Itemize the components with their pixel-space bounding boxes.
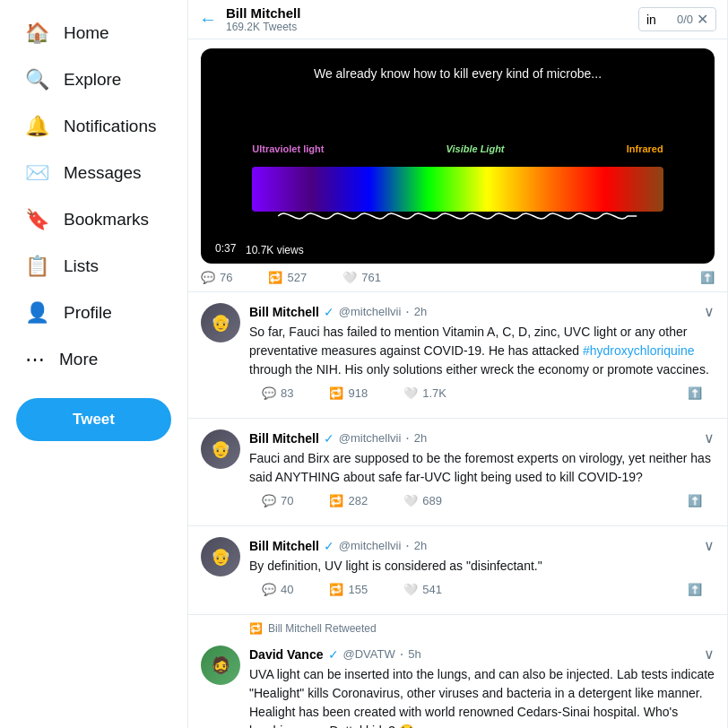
verified-icon-3: ✓: [324, 539, 334, 553]
tweet-item-3: 👴 Bill Mitchell ✓ @mitchellvii · 2h ∨ By…: [188, 526, 727, 615]
like-action-2[interactable]: 🤍 689: [403, 494, 442, 507]
retweet-action-3[interactable]: 🔁 155: [329, 583, 368, 596]
tweet-dot-1: ·: [405, 304, 409, 320]
avatar-bill-mitchell-1: 👴: [201, 303, 240, 342]
video-timer: 0:37: [210, 240, 241, 256]
tweet-more-1[interactable]: ∨: [704, 303, 715, 320]
share-icon: ⬆️: [700, 271, 715, 284]
reply-action-2[interactable]: 💬 70: [262, 494, 293, 507]
sidebar-item-lists[interactable]: 📋 Lists: [7, 244, 180, 289]
reply-count-2: 70: [281, 494, 293, 507]
sidebar-item-explore[interactable]: 🔍 Explore: [7, 57, 180, 102]
tweet-link-1[interactable]: #hydroxychloriquine: [583, 343, 695, 358]
sidebar-item-home[interactable]: 🏠 Home: [7, 11, 180, 56]
retweet-icon: 🔁: [268, 271, 282, 284]
like-icon: 🤍: [342, 271, 357, 284]
tweet-author-name-1: Bill Mitchell: [249, 305, 319, 319]
verified-icon-2: ✓: [324, 431, 334, 446]
profile-icon: 👤: [25, 301, 49, 325]
tweet-text-4: UVA light can be inserted into the lungs…: [249, 665, 715, 728]
like-count-2: 689: [422, 494, 442, 507]
retweet-label-text: Bill Mitchell Retweeted: [268, 622, 377, 635]
sidebar-label-explore: Explore: [64, 70, 121, 90]
share-action-1[interactable]: ⬆️: [688, 386, 702, 400]
reply-icon: 💬: [201, 271, 215, 284]
spectrum-uv-label: Ultraviolet light: [252, 143, 324, 154]
tweet-time-3: 2h: [414, 539, 427, 552]
notifications-icon: 🔔: [25, 115, 49, 138]
like-action[interactable]: 🤍 761: [342, 271, 381, 284]
tweet-item-2: 👴 Bill Mitchell ✓ @mitchellvii · 2h ∨ Fa…: [188, 419, 727, 526]
lists-icon: 📋: [25, 255, 49, 278]
share-action[interactable]: ⬆️: [700, 271, 715, 284]
video-views: 10.7K views: [246, 244, 304, 256]
tweet-time-2: 2h: [414, 431, 427, 445]
retweet-label-icon: 🔁: [249, 622, 263, 635]
retweet-action-2[interactable]: 🔁 282: [329, 494, 368, 507]
video-frame[interactable]: We already know how to kill every kind o…: [201, 48, 715, 264]
tweet-time-1: 2h: [414, 305, 427, 318]
tweet-search-input[interactable]: [646, 13, 673, 27]
like-count-3: 541: [422, 583, 442, 596]
sidebar-item-bookmarks[interactable]: 🔖 Bookmarks: [7, 197, 180, 242]
tweet-button[interactable]: Tweet: [16, 398, 171, 441]
tweet-author-name-4: David Vance: [249, 647, 324, 662]
sidebar: 🏠 Home 🔍 Explore 🔔 Notifications ✉️ Mess…: [0, 0, 188, 728]
profile-header-bar: ← Bill Mitchell 169.2K Tweets 0/0 ✕: [188, 0, 727, 39]
spectrum-infrared-label: Infrared: [627, 143, 663, 154]
search-close-button[interactable]: ✕: [697, 11, 708, 28]
tweet-more-3[interactable]: ∨: [704, 537, 715, 554]
like-action-3[interactable]: 🤍 541: [403, 583, 442, 596]
tweet-actions-1: 💬 83 🔁 918 🤍 1.7K ⬆️: [249, 379, 715, 407]
retweet-action-1[interactable]: 🔁 918: [329, 386, 368, 400]
like-action-1[interactable]: 🤍 1.7K: [403, 386, 446, 400]
like-count: 761: [361, 271, 381, 284]
share-action-2[interactable]: ⬆️: [688, 494, 702, 507]
tweet-time-4: 5h: [408, 647, 420, 661]
tweet-handle-4: @DVATW: [343, 647, 395, 661]
reply-icon-2: 💬: [262, 494, 276, 507]
tweet-header-3: Bill Mitchell ✓ @mitchellvii · 2h ∨: [249, 537, 715, 554]
tweet-handle-1: @mitchellvii: [339, 305, 402, 318]
tweet-more-2[interactable]: ∨: [704, 429, 715, 446]
sidebar-item-messages[interactable]: ✉️ Messages: [7, 151, 180, 195]
share-action-3[interactable]: ⬆️: [688, 583, 702, 596]
tweet-dot-3: ·: [405, 538, 409, 554]
spectrum-visible-label: Visible Light: [446, 143, 505, 154]
sidebar-label-home: Home: [64, 23, 109, 43]
reply-count-3: 40: [281, 583, 293, 596]
sidebar-item-notifications[interactable]: 🔔 Notifications: [7, 104, 180, 149]
retweet-icon-3: 🔁: [329, 583, 343, 596]
tweet-body-2: Bill Mitchell ✓ @mitchellvii · 2h ∨ Fauc…: [249, 429, 715, 515]
retweet-action[interactable]: 🔁 527: [268, 271, 307, 284]
tweet-header-1: Bill Mitchell ✓ @mitchellvii · 2h ∨: [249, 303, 715, 320]
share-icon-1: ⬆️: [688, 386, 702, 400]
sidebar-item-more[interactable]: ⋯ More: [7, 337, 180, 382]
back-button[interactable]: ←: [199, 9, 217, 30]
tweet-dot-4: ·: [400, 646, 403, 663]
tweet-dot-2: ·: [405, 430, 409, 446]
profile-tweets-count: 169.2K Tweets: [226, 21, 629, 33]
profile-header-info: Bill Mitchell 169.2K Tweets: [226, 5, 629, 33]
like-icon-3: 🤍: [403, 583, 418, 596]
sidebar-item-profile[interactable]: 👤 Profile: [7, 290, 180, 335]
retweet-count-2: 282: [348, 494, 368, 507]
reply-action-3[interactable]: 💬 40: [262, 583, 293, 596]
profile-display-name: Bill Mitchell: [226, 5, 629, 21]
main-content: ← Bill Mitchell 169.2K Tweets 0/0 ✕ We a…: [188, 0, 728, 728]
tweet-text-3: By definition, UV light is considered as…: [249, 557, 715, 576]
tweet-author-name-3: Bill Mitchell: [249, 539, 319, 553]
reply-count-1: 83: [281, 386, 293, 400]
retweet-count: 527: [287, 271, 307, 284]
video-tweet-actions: 💬 76 🔁 527 🤍 761 ⬆️: [188, 264, 727, 291]
reply-action-1[interactable]: 💬 83: [262, 386, 293, 400]
video-tweet: We already know how to kill every kind o…: [188, 39, 727, 264]
tweet-text-1: So far, Fauci has failed to mention Vita…: [249, 323, 715, 379]
tweet-body-3: Bill Mitchell ✓ @mitchellvii · 2h ∨ By d…: [249, 537, 715, 603]
reply-action[interactable]: 💬 76: [201, 271, 232, 284]
sidebar-label-messages: Messages: [64, 163, 142, 183]
tweet-more-4[interactable]: ∨: [704, 646, 715, 663]
messages-icon: ✉️: [25, 161, 49, 185]
like-icon-1: 🤍: [403, 386, 418, 400]
tweet-text-2: Fauci and Birx are supposed to be the fo…: [249, 449, 715, 487]
